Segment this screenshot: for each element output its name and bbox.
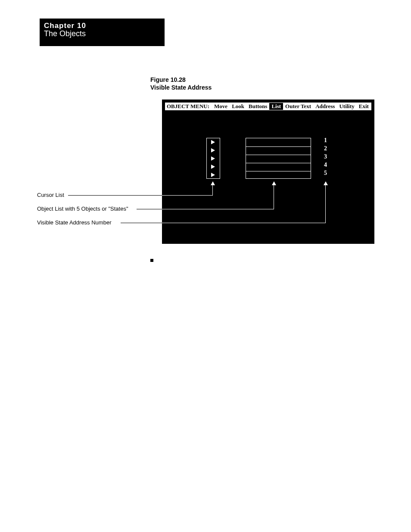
state-number: 2 <box>324 145 327 152</box>
menu-item-outer-text[interactable]: Outer Text <box>283 103 313 110</box>
cursor-icon <box>211 148 215 152</box>
connector-line <box>137 209 162 209</box>
callout-cursor-list: Cursor List <box>37 192 64 198</box>
cursor-icon <box>211 165 215 169</box>
connector-line <box>162 195 213 196</box>
menu-item-list[interactable]: List <box>269 103 283 110</box>
figure-caption: Figure 10.28 Visible State Address <box>150 76 212 91</box>
object-row-divider <box>246 155 311 155</box>
object-row-divider <box>246 171 311 171</box>
object-row-divider <box>246 163 311 163</box>
state-number: 5 <box>324 170 327 177</box>
callout-vsa-number: Visible State Address Number <box>37 219 111 226</box>
figure-screenshot: OBJECT MENU: Move Look Buttons List Oute… <box>162 100 374 244</box>
chapter-number: Chapter 10 <box>44 22 160 30</box>
arrowhead-up-icon <box>211 181 215 185</box>
arrowhead-up-icon <box>272 181 276 185</box>
menu-bar: OBJECT MENU: Move Look Buttons List Oute… <box>165 103 371 110</box>
cursor-icon <box>211 156 215 161</box>
cursor-icon <box>211 173 215 177</box>
state-number: 3 <box>324 153 327 160</box>
cursor-icon <box>211 140 215 144</box>
connector-line <box>162 209 274 209</box>
connector-line <box>212 185 213 196</box>
callout-object-list: Object List with 5 Objects or "States" <box>37 205 128 212</box>
figure-number: Figure 10.28 <box>150 76 212 84</box>
bullet-icon <box>150 259 153 262</box>
chapter-title: The Objects <box>44 30 160 38</box>
menu-item-look[interactable]: Look <box>230 103 246 110</box>
connector-line <box>162 223 326 223</box>
object-list-box <box>246 138 311 179</box>
connector-line <box>68 195 162 196</box>
connector-line <box>121 223 162 223</box>
connector-line <box>325 185 326 223</box>
connector-line <box>274 185 274 209</box>
menu-item-move[interactable]: Move <box>212 103 230 110</box>
menu-item-exit[interactable]: Exit <box>357 103 371 110</box>
cursor-list-box <box>206 138 220 179</box>
menu-item-utility[interactable]: Utility <box>337 103 356 110</box>
arrowhead-up-icon <box>324 181 328 185</box>
state-number: 4 <box>324 162 327 168</box>
menu-item-buttons[interactable]: Buttons <box>246 103 269 110</box>
menu-bar-label: OBJECT MENU: <box>165 103 212 110</box>
menu-item-address[interactable]: Address <box>313 103 337 110</box>
object-row-divider <box>246 146 311 147</box>
figure-title: Visible State Address <box>150 84 212 91</box>
chapter-header: Chapter 10 The Objects <box>40 19 165 46</box>
state-number: 1 <box>324 137 327 144</box>
